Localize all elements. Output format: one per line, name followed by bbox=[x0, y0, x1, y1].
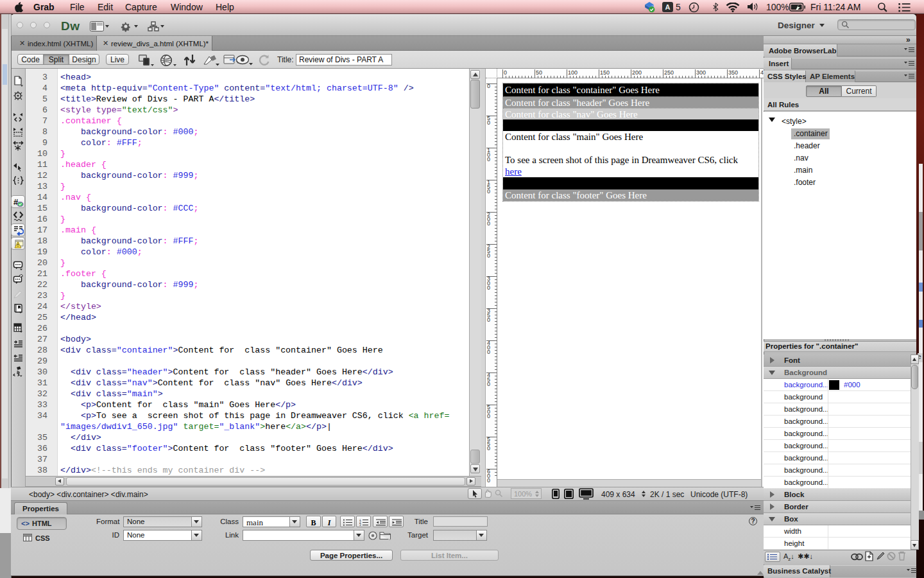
svg-text:3: 3 bbox=[359, 523, 361, 526]
